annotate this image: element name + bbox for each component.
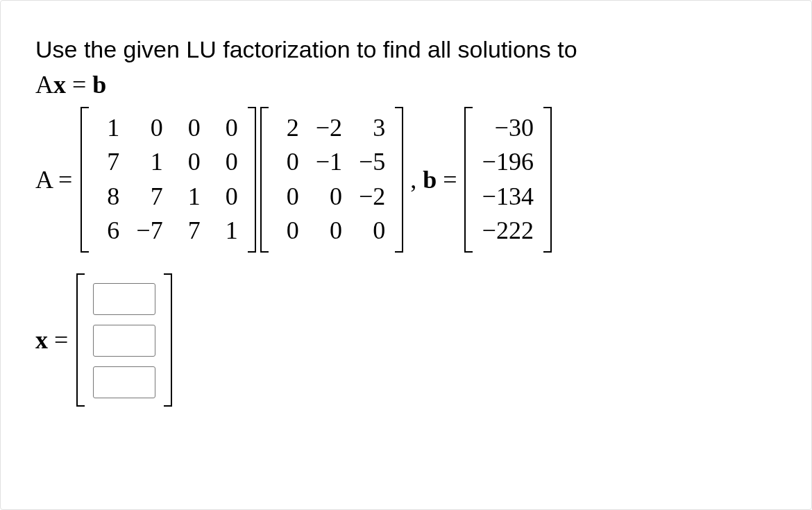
prompt-text: Use the given LU factorization to find a… <box>35 34 777 65</box>
vector-b: −30 −196 −134 −222 <box>464 107 552 253</box>
x-input-0[interactable] <box>93 283 155 315</box>
question-container: Use the given LU factorization to find a… <box>1 1 811 407</box>
label-x: x = <box>35 325 72 355</box>
x-input-2[interactable] <box>93 366 155 398</box>
matrix-L: 1000 7100 8710 6−771 <box>81 107 255 253</box>
equation-axb: Ax = b <box>35 69 777 101</box>
label-b: , b = <box>407 165 459 194</box>
matrix-U: 2−23 0−1−5 00−2 000 <box>260 107 404 253</box>
answer-row: x = <box>35 273 777 407</box>
vector-x <box>76 273 172 407</box>
matrix-row: A = 1000 7100 8710 6−771 <box>35 107 777 253</box>
x-input-1[interactable] <box>93 325 155 357</box>
label-A: A = <box>35 165 76 194</box>
